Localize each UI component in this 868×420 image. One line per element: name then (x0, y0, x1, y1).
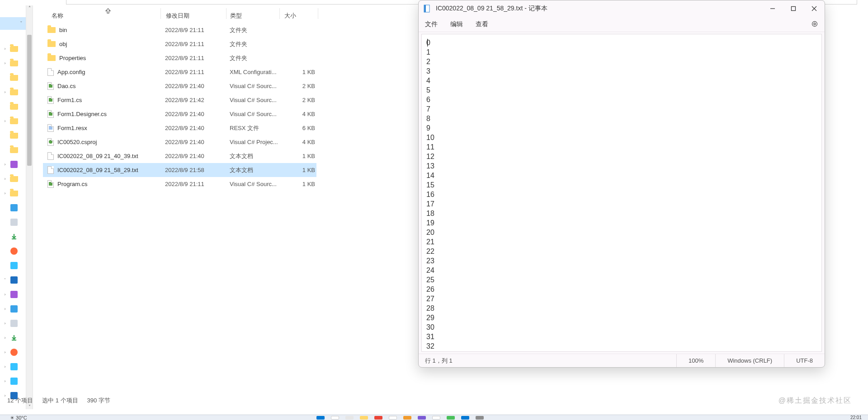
menu-view[interactable]: 查看 (476, 20, 488, 28)
vs-icon (10, 290, 18, 299)
text-line: 27 (426, 294, 817, 303)
chrome-icon[interactable] (374, 416, 382, 420)
svg-point-6 (812, 22, 817, 27)
text-line: 18 (426, 209, 817, 218)
file-row[interactable]: Properties2022/8/9 21:11文件夹 (43, 51, 316, 65)
file-row[interactable]: IC002022_08_09 21_40_39.txt2022/8/9 21:4… (43, 149, 316, 163)
close-button[interactable] (804, 0, 825, 17)
file-row[interactable]: Form1.cs2022/8/9 21:42Visual C# Sourc...… (43, 93, 316, 107)
notepad-title: IC002022_08_09 21_58_29.txt - 记事本 (436, 5, 547, 13)
col-header-size[interactable]: 大小 (284, 9, 316, 23)
dl-icon (10, 233, 18, 241)
weather-widget[interactable]: ☀ 30°C (10, 415, 27, 420)
file-row[interactable]: Program.cs2022/8/9 21:11Visual C# Sourc.… (43, 177, 316, 191)
file-name: IC002022_08_09 21_58_29.txt (57, 167, 138, 173)
taskview-icon[interactable] (345, 416, 354, 420)
app-icon[interactable] (461, 416, 469, 420)
expand-icon[interactable]: › (0, 364, 10, 369)
expand-icon[interactable]: ˇ (0, 278, 10, 282)
text-line: 30 (426, 322, 817, 332)
app-icon[interactable] (476, 416, 484, 420)
expand-icon[interactable]: › (0, 191, 10, 196)
file-row[interactable]: IC00520.csproj2022/8/9 21:40Visual C# Pr… (43, 135, 316, 149)
chevron-down-icon[interactable]: ˇ (0, 21, 22, 26)
maximize-button[interactable] (783, 0, 804, 17)
expand-icon[interactable]: › (0, 292, 10, 297)
file-type: RESX 文件 (230, 124, 282, 132)
expand-icon[interactable]: › (0, 177, 10, 181)
file-row[interactable]: Dao.cs2022/8/9 21:40Visual C# Sourc...2 … (43, 79, 316, 93)
folder-icon (47, 41, 56, 47)
notepad-text-area[interactable]: 0123456789101112131415161718192021222324… (421, 34, 822, 352)
file-name: Dao.cs (57, 83, 75, 89)
start-icon[interactable] (316, 416, 325, 420)
expand-icon[interactable]: › (0, 119, 10, 123)
col-header-modified[interactable]: 修改日期 (166, 9, 225, 23)
expand-icon[interactable]: › (0, 379, 10, 383)
text-line: 25 (426, 275, 817, 285)
file-modified: 2022/8/9 21:42 (165, 97, 219, 103)
taskbar-clock[interactable]: 22:01 (850, 415, 862, 420)
text-line: 20 (426, 228, 817, 237)
taskbar[interactable]: ☀ 30°C 22:01 (0, 415, 868, 420)
text-line: 19 (426, 218, 817, 228)
app-icon[interactable] (403, 416, 411, 420)
file-size: 6 KB (281, 125, 315, 131)
folder-icon (10, 74, 18, 82)
file-row[interactable]: Form1.Designer.cs2022/8/9 21:40Visual C#… (43, 107, 316, 121)
expand-icon[interactable]: › (0, 321, 10, 326)
col-header-type[interactable]: 类型 (230, 9, 275, 23)
expand-icon[interactable]: › (0, 307, 10, 311)
file-size: 1 KB (281, 181, 315, 187)
tree-scrollbar[interactable]: ˄ ˅ (26, 5, 33, 409)
folder-icon (10, 131, 18, 140)
folder-icon (10, 45, 18, 53)
status-encoding: UTF-8 (784, 354, 825, 367)
minimize-button[interactable] (762, 0, 783, 17)
col-header-name[interactable]: 名称 (52, 9, 160, 23)
folder-icon (10, 175, 18, 183)
expand-icon[interactable]: › (0, 61, 10, 65)
notepad-titlebar[interactable]: IC002022_08_09 21_58_29.txt - 记事本 (419, 0, 825, 17)
file-modified: 2022/8/9 21:40 (165, 83, 219, 89)
file-type: XML Configurati... (230, 69, 282, 75)
file-name: Program.cs (57, 181, 87, 187)
text-file-icon (47, 68, 54, 76)
expand-icon[interactable]: › (0, 162, 10, 167)
explorer-icon[interactable] (360, 416, 368, 420)
text-file-icon (47, 152, 54, 160)
search-icon[interactable] (331, 416, 339, 420)
text-line: 21 (426, 237, 817, 247)
expand-icon[interactable]: › (0, 90, 10, 94)
menu-file[interactable]: 文件 (425, 20, 438, 28)
file-row[interactable]: Form1.resx2022/8/9 21:40RESX 文件6 KB (43, 121, 316, 135)
csharp-file-icon (47, 110, 54, 118)
file-row[interactable]: App.config2022/8/9 21:11XML Configurati.… (43, 65, 316, 79)
scroll-up-arrow-icon[interactable]: ˄ (26, 5, 33, 10)
csharp-file-icon (47, 82, 54, 90)
folder-icon (10, 117, 18, 125)
file-type: 文件夹 (230, 26, 282, 34)
notepad-app-icon (419, 5, 436, 13)
menu-edit[interactable]: 编辑 (450, 20, 463, 28)
pic-icon (10, 305, 18, 313)
folder-icon (10, 88, 18, 96)
app-icon[interactable] (447, 416, 455, 420)
notepad-menubar: 文件 编辑 查看 (419, 17, 825, 32)
scroll-thumb[interactable] (27, 35, 32, 166)
expand-icon[interactable]: › (0, 336, 10, 340)
expand-icon[interactable]: › (0, 47, 10, 51)
file-row[interactable]: obj2022/8/9 21:11文件夹 (43, 37, 316, 51)
app-icon[interactable] (432, 416, 440, 420)
file-name: Properties (59, 55, 86, 61)
expand-icon[interactable]: › (0, 350, 10, 355)
app-icon[interactable] (389, 416, 397, 420)
file-size: 1 KB (281, 69, 315, 75)
file-type: 文件夹 (230, 54, 282, 62)
file-row[interactable]: bin2022/8/9 21:11文件夹 (43, 23, 316, 37)
scroll-down-arrow-icon[interactable]: ˅ (26, 404, 33, 409)
file-modified: 2022/8/9 21:11 (165, 27, 219, 33)
file-row[interactable]: IC002022_08_09 21_58_29.txt2022/8/9 21:5… (43, 163, 316, 177)
gear-icon[interactable] (811, 20, 818, 29)
app-icon[interactable] (418, 416, 426, 420)
